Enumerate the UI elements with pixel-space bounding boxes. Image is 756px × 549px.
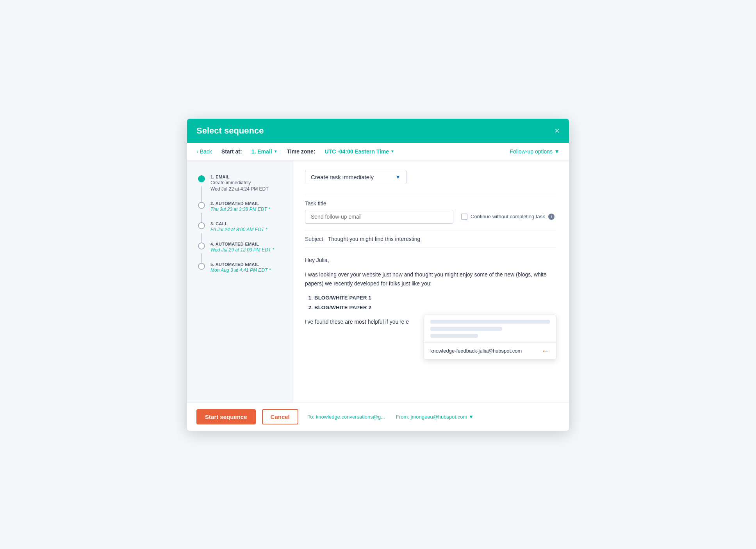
blur-line-1 [430, 320, 550, 324]
step-2[interactable]: 2. AUTOMATED EMAIL Thu Jul 23 at 3:38 PM… [187, 196, 292, 217]
timezone-caret-icon: ▼ [390, 149, 394, 153]
footer-from: From: jmongeau@hubspot.com ▼ [396, 414, 474, 420]
modal-title: Select sequence [196, 126, 264, 136]
footer-to-value: knowledge.conversations@g... [316, 414, 385, 420]
start-at-value: 1. Email [251, 148, 272, 155]
cancel-button[interactable]: Cancel [262, 409, 298, 424]
modal-footer: Start sequence Cancel To: knowledge.conv… [187, 403, 569, 431]
subject-row: Subject Thought you might find this inte… [305, 230, 556, 248]
main-content: Create task immediately ▼ Task title Con… [292, 160, 569, 403]
email-body-1: I was looking over your website just now… [305, 270, 556, 288]
step-4-circle [198, 242, 205, 250]
task-timing-dropdown[interactable]: Create task immediately ▼ [305, 170, 407, 184]
modal-body: 1. EMAIL Create immediately Wed Jul 22 a… [187, 160, 569, 403]
step-5-type: 5. AUTOMATED EMAIL [210, 262, 271, 267]
continue-without-completing-label: Continue without completing task i [461, 214, 555, 220]
task-title-label: Task title [305, 200, 556, 207]
follow-up-caret-icon: ▼ [554, 148, 560, 155]
blur-line-2 [430, 327, 502, 331]
start-at-dropdown[interactable]: 1. Email ▼ [251, 148, 278, 155]
task-title-row: Continue without completing task i [305, 210, 556, 224]
task-title-input[interactable] [305, 210, 453, 224]
timezone-label: Time zone: [287, 148, 316, 155]
select-sequence-modal: Select sequence × ‹ Back Start at: 1. Em… [187, 118, 569, 431]
step-1-date-create: Create immediately [210, 180, 269, 185]
step-2-date: Thu Jul 23 at 3:38 PM EDT * [210, 207, 270, 212]
timezone-value: UTC -04:00 Eastern Time [325, 148, 389, 155]
step-1-date: Wed Jul 22 at 4:24 PM EDT [210, 186, 269, 192]
autocomplete-blur-rows [424, 315, 556, 343]
subject-label: Subject [305, 236, 323, 242]
step-2-circle [198, 202, 205, 209]
back-button[interactable]: ‹ Back [196, 148, 212, 155]
step-1[interactable]: 1. EMAIL Create immediately Wed Jul 22 a… [187, 170, 292, 196]
step-5-info: 5. AUTOMATED EMAIL Mon Aug 3 at 4:41 PM … [210, 262, 271, 273]
info-icon[interactable]: i [548, 214, 555, 220]
autocomplete-email-row[interactable]: knowledge-feedback-julia@hubspot.com ← [424, 343, 556, 359]
step-5[interactable]: 5. AUTOMATED EMAIL Mon Aug 3 at 4:41 PM … [187, 257, 292, 278]
step-2-type: 2. AUTOMATED EMAIL [210, 201, 270, 206]
arrow-right-icon: ← [541, 347, 550, 355]
step-4-info: 4. AUTOMATED EMAIL Wed Jul 29 at 12:03 P… [210, 242, 274, 253]
start-at-label: Start at: [221, 148, 242, 155]
back-chevron-icon: ‹ [196, 148, 198, 155]
step-1-type: 1. EMAIL [210, 175, 269, 179]
footer-to-label: To: [308, 414, 314, 420]
divider-1 [305, 194, 556, 194]
follow-up-label: Follow-up options [510, 148, 553, 155]
subject-text: Thought you might find this interesting [328, 236, 421, 242]
footer-from-dropdown[interactable]: jmongeau@hubspot.com ▼ [411, 414, 474, 420]
blur-line-3 [430, 334, 478, 338]
step-2-info: 2. AUTOMATED EMAIL Thu Jul 23 at 3:38 PM… [210, 201, 270, 212]
email-list-item-1: BLOG/WHITE PAPER 1 [314, 294, 556, 302]
email-list-item-2: BLOG/WHITE PAPER 2 [314, 303, 556, 312]
step-3-type: 3. CALL [210, 221, 267, 226]
task-dropdown-label: Create task immediately [311, 174, 374, 180]
footer-to: To: knowledge.conversations@g... [308, 414, 385, 420]
back-label: Back [200, 148, 212, 155]
task-dropdown-row: Create task immediately ▼ [305, 170, 556, 184]
start-at-caret-icon: ▼ [274, 149, 278, 153]
close-button[interactable]: × [555, 127, 560, 135]
footer-from-label: From: [396, 414, 409, 420]
step-3-info: 3. CALL Fri Jul 24 at 8:00 AM EDT * [210, 221, 267, 232]
step-5-circle [198, 263, 205, 270]
email-greeting: Hey Julia, [305, 256, 556, 265]
modal-header: Select sequence × [187, 119, 569, 143]
step-4-type: 4. AUTOMATED EMAIL [210, 242, 274, 246]
autocomplete-email-address: knowledge-feedback-julia@hubspot.com [430, 348, 522, 354]
task-dropdown-caret-icon: ▼ [395, 174, 401, 180]
autocomplete-popup: knowledge-feedback-julia@hubspot.com ← [424, 315, 556, 360]
step-1-circle [198, 175, 205, 182]
steps-sidebar: 1. EMAIL Create immediately Wed Jul 22 a… [187, 160, 292, 403]
timezone-dropdown[interactable]: UTC -04:00 Eastern Time ▼ [325, 148, 394, 155]
email-list: BLOG/WHITE PAPER 1 BLOG/WHITE PAPER 2 [314, 294, 556, 312]
continue-without-completing-checkbox[interactable] [461, 214, 467, 220]
step-1-info: 1. EMAIL Create immediately Wed Jul 22 a… [210, 175, 269, 192]
step-4[interactable]: 4. AUTOMATED EMAIL Wed Jul 29 at 12:03 P… [187, 237, 292, 257]
step-5-date: Mon Aug 3 at 4:41 PM EDT * [210, 267, 271, 273]
modal-toolbar: ‹ Back Start at: 1. Email ▼ Time zone: U… [187, 143, 569, 160]
step-3[interactable]: 3. CALL Fri Jul 24 at 8:00 AM EDT * [187, 217, 292, 237]
continue-label-text: Continue without completing task [471, 214, 545, 219]
step-3-circle [198, 222, 205, 229]
start-sequence-button[interactable]: Start sequence [196, 409, 256, 424]
follow-up-options-button[interactable]: Follow-up options ▼ [510, 148, 560, 155]
step-4-date: Wed Jul 29 at 12:03 PM EDT * [210, 247, 274, 253]
step-3-date: Fri Jul 24 at 8:00 AM EDT * [210, 227, 267, 232]
